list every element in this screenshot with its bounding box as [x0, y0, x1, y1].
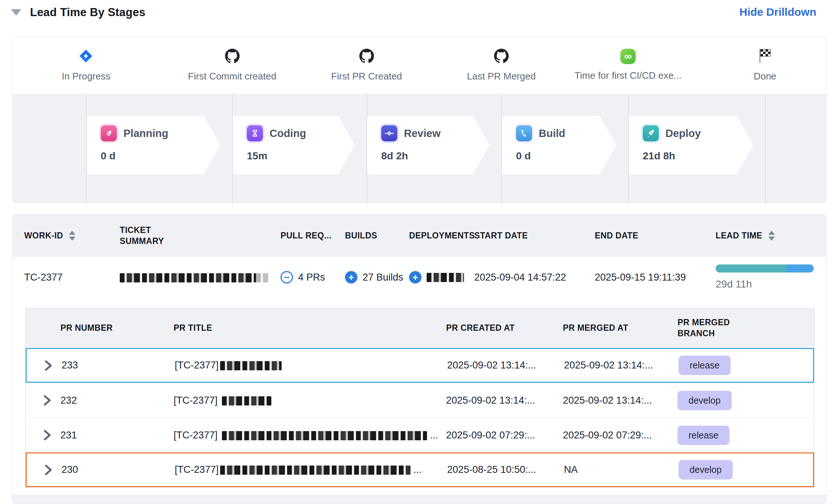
milestone-label: Done: [754, 71, 776, 82]
pen-icon: [101, 125, 117, 141]
lead-bar-teal-segment: [716, 264, 786, 273]
pr-row-233[interactable]: 233 [TC-2377] 2025-09-02 13:14:... 2025-…: [26, 348, 814, 383]
pr-number: 231: [60, 430, 174, 441]
collapse-prs-button[interactable]: −: [281, 271, 293, 284]
stage-divider: [232, 94, 233, 203]
pr-count: 4 PRs: [298, 272, 325, 283]
stage-card-planning: Planning 0 d: [87, 116, 220, 174]
pr-created-at: 2025-09-02 13:14:...: [447, 360, 564, 371]
collapse-triangle-icon[interactable]: [11, 9, 21, 16]
stage-name: Coding: [270, 127, 306, 140]
commit-diamond-icon: [381, 125, 397, 141]
sort-icon[interactable]: [69, 231, 75, 241]
expand-row-chevron-icon[interactable]: [44, 464, 62, 475]
end-date-cell: 2025-09-15 19:11:39: [595, 272, 716, 283]
stage-card-review: Review 8d 2h: [367, 116, 490, 174]
pr-created-at: 2025-09-02 07:29:...: [446, 430, 563, 441]
pr-title-prefix: [TC-2377]: [174, 395, 218, 406]
sort-icon[interactable]: [768, 231, 775, 241]
col-label: START DATE: [474, 230, 528, 241]
deployments-cell: +: [409, 271, 474, 284]
expand-row-chevron-icon[interactable]: [43, 430, 60, 441]
branch-badge: develop: [677, 391, 732, 410]
lead-time-cell: 29d 11h: [716, 264, 814, 290]
stage-duration: 8d 2h: [381, 150, 490, 162]
pr-row-230[interactable]: 230 [TC-2377]... 2025-08-25 10:50:... NA…: [26, 452, 814, 487]
lead-bar-blue-segment: [786, 264, 814, 273]
stage-name: Review: [404, 127, 441, 140]
pr-merged-branch: develop: [677, 391, 814, 410]
col-work-id: WORK-ID: [24, 230, 120, 241]
col-pr-merged-branch: PR MERGED BRANCH: [677, 317, 814, 339]
col-label: PULL REQ...: [281, 230, 331, 241]
stage-duration: 0 d: [516, 150, 616, 162]
col-label: WORK-ID: [24, 230, 63, 241]
expand-row-chevron-icon[interactable]: [43, 395, 60, 406]
lead-time-bar: [716, 264, 814, 273]
pr-table-header: PR NUMBER PR TITLE PR CREATED AT PR MERG…: [26, 308, 814, 348]
pr-merged-branch: develop: [679, 460, 813, 479]
col-pr-number: PR NUMBER: [60, 323, 174, 334]
work-id-cell: TC-2377: [24, 272, 120, 283]
pr-number: 230: [62, 464, 175, 475]
pr-title: [TC-2377]...: [174, 430, 446, 441]
stage-name: Deploy: [665, 127, 701, 140]
pr-number: 233: [62, 360, 175, 371]
stage-duration: 15m: [247, 150, 355, 162]
hourglass-icon: [247, 125, 263, 141]
col-label: PR NUMBER: [60, 323, 113, 334]
rocket-icon: [643, 125, 659, 141]
expand-builds-button[interactable]: +: [345, 271, 357, 284]
cicd-icon: ∞: [620, 49, 636, 64]
pr-merged-at: NA: [564, 464, 679, 475]
col-label: PR TITLE: [174, 323, 212, 334]
pr-title: [TC-2377]: [174, 395, 446, 406]
start-date-cell: 2025-09-04 14:57:22: [474, 272, 595, 283]
milestone-label: In Progress: [62, 71, 111, 82]
milestone-label: Last PR Merged: [467, 71, 536, 82]
pr-merged-at: 2025-09-02 13:14:...: [563, 395, 677, 406]
col-label: END DATE: [595, 230, 638, 241]
redacted-text: [256, 273, 268, 282]
col-pr-merged-at: PR MERGED AT: [563, 323, 677, 334]
col-label: TICKET SUMMARY: [120, 225, 182, 247]
stage-card-deploy: Deploy 21d 8h: [629, 116, 753, 174]
stage-divider: [86, 94, 87, 203]
milestone-in-progress: In Progress: [62, 49, 111, 82]
pr-row-232[interactable]: 232 [TC-2377] 2025-09-02 13:14:... 2025-…: [26, 383, 814, 418]
col-label: LEAD TIME: [716, 230, 762, 241]
milestone-done: Done: [754, 49, 776, 82]
col-builds: BUILDS: [345, 230, 409, 241]
hide-drilldown-link[interactable]: Hide Drilldown: [739, 6, 816, 18]
jira-icon: [79, 49, 93, 65]
col-deployments: DEPLOYMENTS: [409, 230, 474, 241]
pr-merged-branch: release: [677, 426, 814, 445]
col-pr-created-at: PR CREATED AT: [446, 323, 563, 334]
pr-row-231[interactable]: 231 [TC-2377]... 2025-09-02 07:29:... 20…: [26, 418, 814, 452]
branch-badge: release: [679, 356, 731, 375]
section-header: Lead Time By Stages: [11, 6, 145, 19]
stage-name: Build: [539, 127, 565, 140]
col-end-date: END DATE: [595, 230, 716, 241]
stage-card-coding: Coding 15m: [233, 116, 355, 174]
stage-name: Planning: [123, 127, 168, 140]
milestone-last-pr-merged: Last PR Merged: [467, 49, 536, 82]
redacted-text: [222, 431, 427, 440]
stage-duration: 0 d: [101, 150, 220, 162]
pr-title-prefix: [TC-2377]: [174, 430, 218, 441]
stage-duration: 21d 8h: [643, 150, 753, 162]
github-icon: [225, 49, 240, 65]
milestone-first-pr: First PR Created: [331, 49, 402, 82]
page-title: Lead Time By Stages: [30, 6, 145, 19]
expand-deployments-button[interactable]: +: [409, 271, 422, 284]
expand-row-chevron-icon[interactable]: [44, 360, 62, 371]
builds-cell: + 27 Builds: [345, 271, 409, 284]
pr-created-at: 2025-09-02 13:14:...: [446, 395, 563, 406]
redacted-text: [120, 273, 256, 282]
milestone-label: Time for first CI/CD exe...: [575, 70, 682, 81]
work-table-header: WORK-ID TICKET SUMMARY PULL REQ... BUILD…: [12, 215, 826, 257]
redacted-text: [220, 466, 411, 475]
pr-number: 232: [60, 395, 174, 406]
pr-title-prefix: [TC-2377]: [175, 464, 219, 475]
finish-flag-icon: [758, 49, 772, 65]
